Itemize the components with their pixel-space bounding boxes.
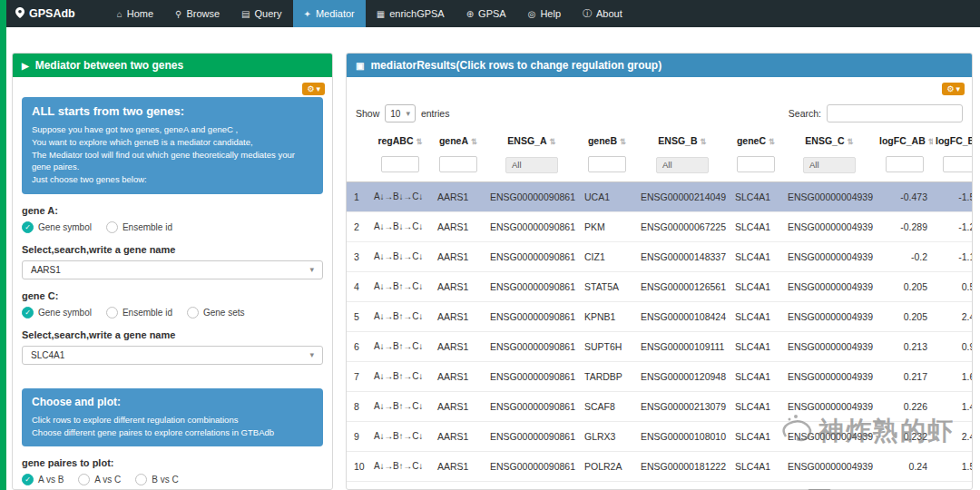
nav-item-enrichgpsa[interactable]: ▦enrichGPSA	[366, 0, 456, 27]
radio-ensemble-id[interactable]: Ensemble id	[106, 307, 172, 318]
radio-a-vs-b[interactable]: ✓A vs B	[22, 474, 64, 485]
cell-logFC_BC: 0.527	[933, 271, 972, 301]
column-filter-select-ENSG_A[interactable]: All	[505, 157, 558, 173]
results-panel-title: mediatorResults(Click rows to change reg…	[370, 59, 662, 72]
filter-cell-regABC	[368, 152, 432, 181]
table-row[interactable]: 6A↓→B↑→C↓AARS1ENSG00000090861SUPT6HENSG0…	[347, 331, 972, 361]
column-header-ENSG_B[interactable]: ENSG_B⇅	[635, 130, 730, 152]
cell-ENSG_B: ENSG00000181222	[635, 451, 730, 481]
cell-ENSG_B: ENSG00000120948	[635, 361, 730, 391]
table-row[interactable]: 8A↓→B↑→C↓AARS1ENSG00000090861SCAF8ENSG00…	[347, 391, 972, 421]
nav-item-browse[interactable]: ⚲Browse	[164, 0, 230, 27]
entries-label: entries	[421, 108, 450, 119]
index-column-header	[347, 130, 368, 152]
column-filter-input-geneC[interactable]	[737, 156, 775, 172]
table-row[interactable]: 2A↓→B↓→C↓AARS1ENSG00000090861PKMENSG0000…	[347, 211, 972, 241]
column-filter-input-geneB[interactable]	[588, 156, 626, 172]
cell-geneB: STAT5A	[579, 271, 635, 301]
table-row[interactable]: 3A↓→B↓→C↓AARS1ENSG00000090861CIZ1ENSG000…	[347, 241, 972, 271]
column-header-ENSG_C[interactable]: ENSG_C⇅	[782, 130, 877, 152]
cell-ENSG_C: ENSG00000004939	[782, 391, 877, 421]
cell-ENSG_C: ENSG00000004939	[782, 211, 877, 241]
search-icon: ⚲	[175, 9, 181, 19]
cell-ENSG_C: ENSG00000004939	[782, 451, 877, 481]
query-icon: ▤	[241, 9, 250, 19]
radio-b-vs-c[interactable]: B vs C	[135, 474, 178, 485]
column-header-ENSG_A[interactable]: ENSG_A⇅	[485, 130, 579, 152]
cell-regABC: A↓→B↑→C↓	[368, 451, 432, 481]
nav-item-mediator[interactable]: ✦Mediator	[293, 0, 366, 27]
nav-item-help[interactable]: ◎Help	[517, 0, 572, 27]
cell-geneB: UCA1	[579, 181, 635, 211]
search-input[interactable]	[827, 104, 963, 122]
column-filter-input-geneA[interactable]	[439, 156, 477, 172]
column-header-geneC[interactable]: geneC⇅	[730, 130, 782, 152]
cell-geneC: SLC4A1	[730, 451, 782, 481]
intro-box: ALL starts from two genes: Suppose you h…	[22, 97, 323, 194]
column-filter-select-ENSG_C[interactable]: All	[803, 157, 856, 173]
mediator-icon: ✦	[304, 9, 311, 19]
cell-logFC_BC: 2.401	[933, 421, 972, 451]
cell-ENSG_B: ENSG00000214049	[635, 181, 730, 211]
gene-c-label: gene C:	[22, 290, 323, 301]
panel-settings-button[interactable]: ⚙▾	[302, 83, 325, 95]
mediator-panel-title: Mediator between two genes	[35, 59, 183, 72]
radio-gene-symbol[interactable]: ✓Gene symbol	[22, 221, 92, 233]
cell-ENSG_A: ENSG00000090861	[485, 271, 579, 301]
table-row[interactable]: 4A↓→B↑→C↓AARS1ENSG00000090861STAT5AENSG0…	[347, 271, 972, 301]
cell-ENSG_B: ENSG00000109111	[635, 331, 730, 361]
table-row[interactable]: 7A↓→B↑→C↓AARS1ENSG00000090861TARDBPENSG0…	[347, 361, 972, 391]
cell-logFC_BC: -1.233	[933, 211, 972, 241]
radio-gene-symbol[interactable]: ✓Gene symbol	[22, 307, 92, 318]
show-label: Show	[356, 108, 379, 119]
nav-item-query[interactable]: ▤Query	[230, 0, 292, 27]
table-filter-row: AllAllAll	[347, 152, 972, 181]
column-header-logFC_BC[interactable]: logFC_BC⇅	[933, 130, 972, 152]
column-header-regABC[interactable]: regABC⇅	[368, 130, 432, 152]
cell-geneC: SLC4A1	[730, 181, 782, 211]
page-length-control: Show 10 ▾ entries	[356, 104, 449, 122]
cell-logFC_BC: 2.431	[933, 301, 972, 331]
column-filter-select-ENSG_B[interactable]: All	[656, 157, 709, 173]
intro-box-title: ALL starts from two genes:	[32, 104, 313, 118]
sort-icon: ⇅	[471, 137, 477, 146]
radio-a-vs-c[interactable]: A vs C	[78, 474, 121, 485]
nav-item-gpsa[interactable]: ⊕GPSA	[456, 0, 517, 27]
column-header-logFC_AB[interactable]: logFC_AB⇅	[877, 130, 933, 152]
results-settings-button[interactable]: ⚙▾	[942, 83, 965, 95]
results-panel-body: ⚙▾ Show 10 ▾ entries Search:	[347, 77, 972, 490]
nav-item-about[interactable]: ⓘAbout	[572, 0, 633, 27]
row-index: 3	[347, 241, 368, 271]
column-header-geneB[interactable]: geneB⇅	[579, 130, 635, 152]
filter-cell-logFC_AB	[877, 152, 933, 181]
caret-down-icon: ▾	[309, 350, 314, 359]
nav-item-home[interactable]: ⌂Home	[106, 0, 164, 27]
cell-logFC_AB: 0.232	[877, 421, 933, 451]
cell-ENSG_A: ENSG00000090861	[485, 361, 579, 391]
gene-c-options: ✓Gene symbolEnsemble idGene sets	[22, 307, 323, 318]
page-length-select[interactable]: 10 ▾	[385, 104, 416, 122]
brand[interactable]: GPSAdb	[6, 0, 90, 27]
cell-geneC: SLC4A1	[730, 241, 782, 271]
column-filter-input-logFC_AB[interactable]	[886, 156, 924, 172]
cell-geneC: SLC4A1	[730, 361, 782, 391]
cell-ENSG_B: ENSG00000108010	[635, 421, 730, 451]
table-row[interactable]: 5A↓→B↑→C↓AARS1ENSG00000090861KPNB1ENSG00…	[347, 301, 972, 331]
table-row[interactable]: 10A↓→B↑→C↓AARS1ENSG00000090861POLR2AENSG…	[347, 451, 972, 481]
gene-a-label: gene A:	[22, 205, 323, 216]
plot-box-title: Choose and plot:	[32, 396, 313, 408]
table-row[interactable]: 1A↓→B↓→C↓AARS1ENSG00000090861UCA1ENSG000…	[347, 181, 972, 211]
column-filter-input-logFC_BC[interactable]	[943, 156, 972, 172]
column-header-geneA[interactable]: geneA⇅	[432, 130, 485, 152]
cell-geneB: TARDBP	[579, 361, 635, 391]
table-controls: Show 10 ▾ entries Search:	[356, 104, 963, 122]
cell-regABC: A↓→B↑→C↓	[368, 391, 432, 421]
filter-cell-geneA	[432, 152, 485, 181]
radio-ensemble-id[interactable]: Ensemble id	[106, 221, 172, 233]
gene-a-select[interactable]: AARS1 ▾	[22, 260, 323, 279]
gene-c-select[interactable]: SLC4A1 ▾	[22, 346, 323, 365]
row-index: 6	[347, 331, 368, 361]
table-row[interactable]: 9A↓→B↑→C↓AARS1ENSG00000090861GLRX3ENSG00…	[347, 421, 972, 451]
column-filter-input-regABC[interactable]	[381, 156, 419, 172]
radio-gene-sets[interactable]: Gene sets	[187, 307, 245, 318]
